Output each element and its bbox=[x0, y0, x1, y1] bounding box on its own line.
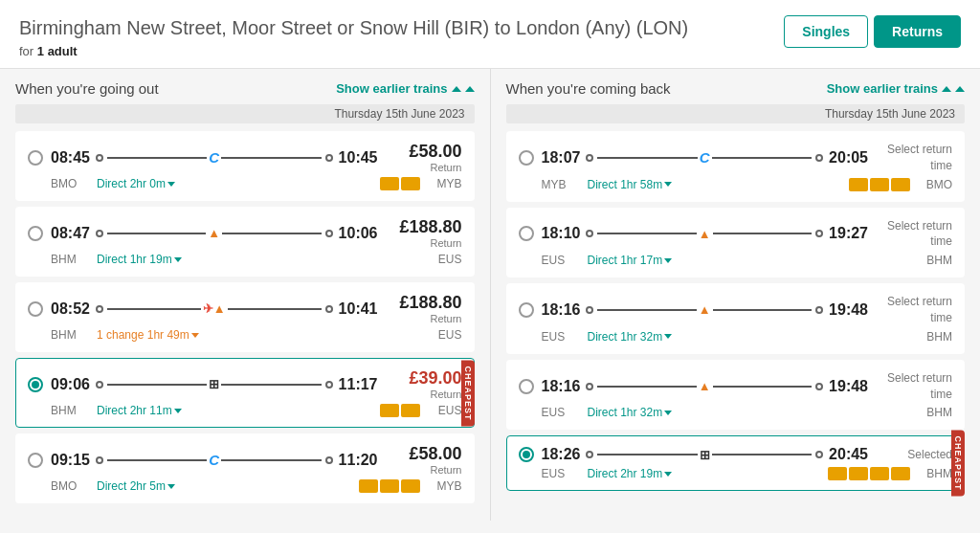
select-radio[interactable] bbox=[519, 226, 534, 241]
train-row[interactable]: 18:10 ▲ 19:27 Select return time EUS bbox=[506, 208, 966, 278]
chevron-down-icon bbox=[664, 472, 672, 477]
dep-station: MYB bbox=[542, 178, 580, 191]
return-select[interactable]: Select return time bbox=[876, 218, 952, 251]
inbound-date: Thursday 15th June 2023 bbox=[506, 104, 966, 123]
arrival-time: 10:06 bbox=[339, 225, 378, 242]
line-dot-left bbox=[586, 154, 593, 162]
arrival-time: 10:45 bbox=[339, 149, 378, 167]
train-bottom: BHM Direct 1hr 19m EUS bbox=[28, 253, 462, 266]
route-icon: C bbox=[698, 149, 712, 166]
train-top: 18:26 ⊞ 20:45 Selected bbox=[519, 446, 953, 463]
price-label: Return bbox=[386, 162, 462, 173]
line-dot-left bbox=[96, 381, 103, 389]
track-line: ▲ bbox=[597, 233, 812, 234]
return-label: Select return time bbox=[887, 371, 952, 401]
track-line: ⊞ bbox=[597, 454, 812, 455]
return-select[interactable]: Select return time bbox=[876, 294, 952, 326]
departure-time: 08:45 bbox=[51, 149, 90, 167]
line-dot-right bbox=[325, 456, 333, 464]
price: £188.80 bbox=[386, 217, 462, 237]
arr-station: MYB bbox=[424, 479, 462, 493]
departure-time: 18:16 bbox=[542, 378, 581, 395]
operator-icons bbox=[849, 178, 910, 191]
arrival-time: 11:17 bbox=[339, 376, 378, 393]
price: £58.00 bbox=[386, 142, 462, 162]
duration-text[interactable]: Direct 1hr 19m bbox=[97, 253, 182, 266]
duration-section: Direct 1hr 32m bbox=[580, 330, 915, 344]
train-top: 09:06 ⊞ 11:17 £39.00 Return bbox=[28, 368, 462, 400]
train-times: 08:45 C 10:45 bbox=[51, 149, 378, 167]
track-line: ▲ bbox=[107, 233, 322, 234]
price-label: Return bbox=[386, 237, 462, 249]
passengers-info: for 1 adult bbox=[19, 44, 688, 58]
select-radio[interactable] bbox=[28, 226, 43, 241]
train-bottom: EUS Direct 1hr 17m BHM bbox=[519, 254, 953, 267]
dep-station: BMO bbox=[51, 479, 89, 493]
chevron-up-icon-4 bbox=[955, 86, 965, 92]
duration-section: Direct 2hr 0m bbox=[89, 177, 380, 190]
origin-name: Birmingham New Street, Moor Street or Sn… bbox=[19, 17, 439, 38]
select-radio[interactable] bbox=[28, 301, 43, 317]
duration-text[interactable]: Direct 2hr 11m bbox=[97, 404, 182, 417]
inbound-train-list: 18:07 C 20:05 Select return time MYB bbox=[506, 131, 966, 491]
select-radio[interactable] bbox=[28, 150, 43, 166]
operator-logo bbox=[849, 467, 868, 480]
track-line: C bbox=[107, 459, 322, 461]
show-earlier-inbound[interactable]: Show earlier trains bbox=[827, 81, 965, 96]
duration-text[interactable]: Direct 2hr 0m bbox=[97, 177, 175, 190]
track-line: C bbox=[597, 157, 812, 159]
train-row[interactable]: 08:47 ▲ 10:06 £188.80 Return BHM bbox=[15, 207, 475, 277]
arr-station: EUS bbox=[424, 404, 462, 417]
duration-text[interactable]: Direct 1hr 58m bbox=[588, 178, 673, 191]
train-row[interactable]: CHEAPEST 09:06 ⊞ 11:17 bbox=[15, 358, 475, 428]
train-row[interactable]: 08:52 ✈▲ 10:41 £188.80 Return BHM bbox=[15, 282, 475, 352]
route-line: ▲ bbox=[96, 230, 333, 237]
duration-text[interactable]: 1 change 1hr 49m bbox=[97, 328, 199, 342]
select-radio[interactable] bbox=[519, 302, 534, 318]
duration-text[interactable]: Direct 1hr 32m bbox=[588, 406, 673, 419]
dep-station: BHM bbox=[51, 253, 89, 266]
select-radio[interactable] bbox=[28, 377, 43, 392]
select-radio[interactable] bbox=[519, 447, 534, 462]
duration-section: Direct 2hr 5m bbox=[89, 479, 359, 493]
operator-logo bbox=[870, 467, 889, 480]
train-row[interactable]: 08:45 C 10:45 £58.00 Return BMO bbox=[15, 131, 475, 201]
duration-text[interactable]: Direct 1hr 32m bbox=[588, 330, 673, 344]
route-heading: Birmingham New Street, Moor Street or Sn… bbox=[19, 15, 688, 40]
operator-icon: ⊞ bbox=[700, 448, 710, 462]
operator-icon: ▲ bbox=[208, 226, 220, 240]
select-radio[interactable] bbox=[28, 453, 43, 468]
duration-text[interactable]: Direct 2hr 19m bbox=[588, 467, 673, 480]
train-row[interactable]: 18:16 ▲ 19:48 Select return time EUS bbox=[506, 360, 966, 431]
dep-station: EUS bbox=[542, 330, 580, 344]
train-bottom: EUS Direct 2hr 19m BHM bbox=[519, 467, 953, 480]
train-top: 18:10 ▲ 19:27 Select return time bbox=[519, 218, 953, 251]
operator-logo bbox=[870, 178, 889, 191]
train-row[interactable]: 09:15 C 11:20 £58.00 Return BMO bbox=[15, 433, 475, 503]
duration-text[interactable]: Direct 1hr 17m bbox=[588, 254, 673, 267]
inbound-header: When you're coming back Show earlier tra… bbox=[506, 80, 966, 97]
return-select[interactable]: Select return time bbox=[876, 370, 952, 403]
route-line: ⊞ bbox=[96, 381, 333, 389]
returns-button[interactable]: Returns bbox=[874, 15, 961, 48]
singles-button[interactable]: Singles bbox=[784, 15, 868, 48]
price-label: Return bbox=[386, 313, 462, 324]
inbound-panel: When you're coming back Show earlier tra… bbox=[491, 69, 981, 521]
train-row[interactable]: CHEAPEST 18:26 ⊞ 20:45 bbox=[506, 435, 966, 491]
select-radio[interactable] bbox=[519, 150, 534, 166]
departure-time: 09:06 bbox=[51, 376, 90, 393]
outbound-date: Thursday 15th June 2023 bbox=[15, 104, 475, 123]
line-dot-right bbox=[815, 306, 823, 314]
operator-icon: ⊞ bbox=[209, 377, 219, 391]
operator-icon: C bbox=[209, 149, 219, 166]
show-earlier-outbound[interactable]: Show earlier trains bbox=[336, 81, 474, 96]
duration-text[interactable]: Direct 2hr 5m bbox=[97, 479, 175, 493]
return-select[interactable]: Select return time bbox=[876, 142, 952, 174]
duration-section: 1 change 1hr 49m bbox=[89, 328, 424, 342]
train-row[interactable]: 18:07 C 20:05 Select return time MYB bbox=[506, 131, 966, 202]
train-row[interactable]: 18:16 ▲ 19:48 Select return time EUS bbox=[506, 283, 966, 354]
price: £188.80 bbox=[386, 293, 462, 313]
route-line: ▲ bbox=[586, 230, 823, 237]
departure-time: 18:07 bbox=[542, 149, 581, 167]
select-radio[interactable] bbox=[519, 379, 534, 394]
